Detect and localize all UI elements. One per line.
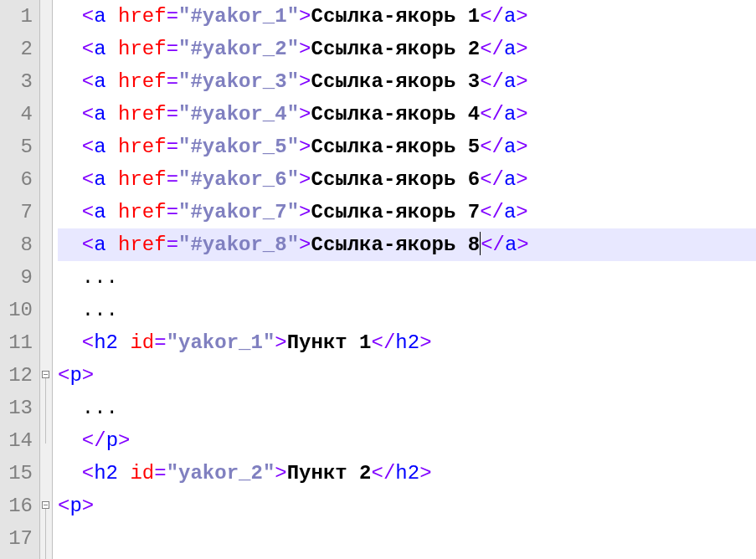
token-txt: Ссылка-якорь 8 bbox=[311, 233, 480, 256]
token-tag: h2 bbox=[395, 331, 419, 354]
token-pun: </ bbox=[480, 70, 504, 93]
token-pun: </ bbox=[480, 136, 504, 158]
code-editor[interactable]: 1234567891011121314151617 <a href="#yako… bbox=[0, 0, 756, 559]
token-pun: < bbox=[82, 103, 94, 126]
token-tag: a bbox=[504, 5, 516, 28]
token-pun: < bbox=[58, 495, 69, 517]
code-line[interactable]: ... bbox=[58, 294, 756, 326]
token-pun: = bbox=[167, 5, 178, 28]
token-plain: ... bbox=[82, 299, 118, 321]
code-line[interactable]: <p> bbox=[58, 490, 756, 522]
token-txt: Пункт 2 bbox=[287, 462, 372, 485]
token-tag: a bbox=[94, 168, 105, 191]
line-number: 11 bbox=[0, 326, 34, 359]
fold-toggle-icon[interactable] bbox=[42, 501, 49, 509]
token-tag: a bbox=[94, 233, 105, 256]
code-line[interactable]: <p> bbox=[58, 359, 756, 392]
token-pun: > bbox=[275, 331, 286, 354]
code-line[interactable]: <h2 id="yakor_1">Пункт 1</h2> bbox=[58, 326, 756, 359]
code-line[interactable]: <a href="#yakor_1">Ссылка-якорь 1</a> bbox=[58, 0, 756, 33]
code-line[interactable]: ... bbox=[58, 261, 756, 294]
token-pun: < bbox=[82, 38, 94, 60]
code-area[interactable]: <a href="#yakor_1">Ссылка-якорь 1</a> <a… bbox=[53, 0, 756, 559]
token-pun: < bbox=[82, 168, 94, 191]
line-number: 15 bbox=[0, 457, 34, 490]
token-pun: > bbox=[118, 429, 130, 452]
token-pun: > bbox=[516, 103, 527, 126]
token-attr: href bbox=[118, 136, 167, 158]
token-str: "yakor_1" bbox=[167, 331, 275, 354]
code-line[interactable]: <a href="#yakor_6">Ссылка-якорь 6</a> bbox=[58, 163, 756, 196]
token-pun: > bbox=[516, 70, 527, 93]
token-plain bbox=[106, 70, 118, 93]
token-plain bbox=[106, 136, 118, 158]
token-pun: </ bbox=[372, 331, 396, 354]
line-number: 13 bbox=[0, 392, 34, 424]
line-number: 2 bbox=[0, 33, 34, 65]
token-tag: a bbox=[94, 70, 105, 93]
token-plain bbox=[106, 38, 118, 60]
code-line[interactable]: <a href="#yakor_3">Ссылка-якорь 3</a> bbox=[58, 65, 756, 98]
token-pun: < bbox=[82, 233, 94, 256]
token-pun: > bbox=[419, 331, 431, 354]
code-line[interactable]: </p> bbox=[58, 424, 756, 457]
token-plain bbox=[106, 201, 118, 223]
token-pun: > bbox=[516, 5, 527, 28]
token-pun: > bbox=[299, 168, 311, 191]
token-pun: > bbox=[299, 70, 311, 93]
token-tag: a bbox=[504, 201, 516, 223]
token-tag: h2 bbox=[94, 331, 118, 354]
token-tag: a bbox=[505, 233, 517, 256]
line-number: 16 bbox=[0, 490, 34, 522]
token-tag: a bbox=[94, 136, 105, 158]
token-str: "#yakor_1" bbox=[178, 5, 299, 28]
code-line[interactable]: ... bbox=[58, 392, 756, 424]
fold-column[interactable] bbox=[40, 0, 53, 559]
code-line[interactable]: <a href="#yakor_5">Ссылка-якорь 5</a> bbox=[58, 131, 756, 163]
token-pun: </ bbox=[481, 233, 505, 256]
line-number: 7 bbox=[0, 196, 34, 228]
token-attr: id bbox=[130, 462, 154, 485]
token-pun: > bbox=[299, 38, 311, 60]
token-pun: < bbox=[82, 201, 94, 223]
line-number-gutter: 1234567891011121314151617 bbox=[0, 0, 40, 559]
code-line[interactable]: <h2 id="yakor_2">Пункт 2</h2> bbox=[58, 457, 756, 490]
token-pun: = bbox=[167, 168, 178, 191]
token-plain bbox=[118, 462, 130, 485]
line-number: 9 bbox=[0, 261, 34, 294]
token-tag: a bbox=[504, 136, 516, 158]
token-pun: < bbox=[82, 462, 94, 485]
token-pun: > bbox=[516, 168, 527, 191]
token-pun: = bbox=[167, 103, 178, 126]
token-plain: ... bbox=[82, 266, 118, 289]
fold-toggle-icon[interactable] bbox=[42, 371, 49, 378]
token-pun: > bbox=[299, 201, 311, 223]
token-str: "#yakor_5" bbox=[178, 136, 299, 158]
token-pun: = bbox=[154, 331, 166, 354]
code-line[interactable]: <a href="#yakor_8">Ссылка-якорь 8</a> bbox=[58, 228, 756, 261]
token-tag: p bbox=[106, 429, 118, 452]
line-number: 3 bbox=[0, 65, 34, 98]
line-number: 17 bbox=[0, 522, 34, 555]
token-plain bbox=[118, 331, 130, 354]
token-tag: a bbox=[94, 38, 105, 60]
line-number: 14 bbox=[0, 424, 34, 457]
code-line[interactable]: <a href="#yakor_4">Ссылка-якорь 4</a> bbox=[58, 98, 756, 131]
token-txt: Ссылка-якорь 4 bbox=[311, 103, 480, 126]
code-line[interactable]: <a href="#yakor_7">Ссылка-якорь 7</a> bbox=[58, 196, 756, 228]
token-attr: href bbox=[118, 201, 167, 223]
token-pun: > bbox=[82, 495, 94, 517]
token-str: "#yakor_3" bbox=[178, 70, 299, 93]
code-line[interactable]: <a href="#yakor_2">Ссылка-якорь 2</a> bbox=[58, 33, 756, 65]
code-line[interactable] bbox=[58, 522, 756, 555]
token-pun: > bbox=[419, 462, 431, 485]
token-plain bbox=[106, 168, 118, 191]
token-str: "yakor_2" bbox=[167, 462, 275, 485]
token-pun: > bbox=[299, 103, 311, 126]
token-pun: </ bbox=[480, 103, 504, 126]
token-attr: id bbox=[130, 331, 154, 354]
token-pun: > bbox=[299, 5, 311, 28]
token-pun: </ bbox=[82, 429, 106, 452]
token-pun: < bbox=[82, 70, 94, 93]
token-str: "#yakor_6" bbox=[178, 168, 299, 191]
